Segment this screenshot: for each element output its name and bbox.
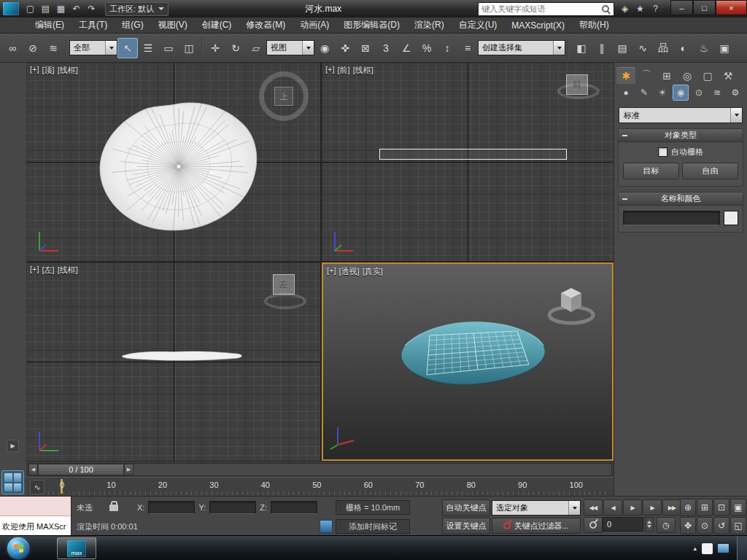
timeline-tick[interactable]: 20 — [158, 481, 167, 489]
hierarchy-tab[interactable]: ⊞ — [657, 67, 676, 84]
viewcube-face[interactable]: 前 — [566, 74, 588, 95]
viewport-shading-button[interactable]: [真实] — [363, 266, 383, 277]
mini-curve-editor-button[interactable]: ∿ — [30, 480, 44, 494]
menu-item[interactable]: 图形编辑器(D) — [336, 17, 407, 34]
object-color-swatch[interactable] — [724, 211, 738, 225]
viewport-menu-button[interactable]: [+] — [30, 265, 39, 276]
undo-icon[interactable]: ↶ — [69, 2, 84, 16]
spacewarps-category[interactable]: ≋ — [709, 85, 725, 101]
close-button[interactable]: × — [716, 0, 747, 15]
menu-item[interactable]: 组(G) — [115, 17, 150, 34]
next-frame-button[interactable]: ▶ — [643, 499, 662, 516]
window-crossing-icon[interactable]: ◫ — [179, 38, 199, 58]
goto-end-button[interactable]: ▶▶ — [662, 499, 681, 516]
menu-item[interactable]: 帮助(H) — [572, 17, 616, 34]
search-input[interactable] — [479, 4, 602, 13]
percent-snap-icon[interactable]: % — [417, 38, 437, 58]
listener-row[interactable]: 欢迎使用 MAXScr — [0, 516, 71, 537]
maximize-viewport-icon[interactable]: ◱ — [730, 517, 746, 534]
dock-flyout-button[interactable]: ▶ — [7, 440, 19, 452]
rendered-frame-icon[interactable]: ▣ — [714, 38, 735, 58]
show-desktop-button[interactable] — [737, 536, 747, 560]
help-icon[interactable]: ? — [648, 2, 663, 16]
favorites-icon[interactable]: ★ — [632, 2, 648, 16]
z-coordinate-field[interactable] — [271, 501, 317, 514]
zoom-all-icon[interactable]: ⊞ — [697, 499, 713, 516]
viewport-layout-tabs-button[interactable] — [1, 470, 24, 494]
object-name-input[interactable] — [623, 211, 720, 225]
layer-manager-icon[interactable]: ▤ — [612, 38, 632, 58]
viewport-menu-button[interactable]: [+] — [325, 65, 335, 76]
3dsmax-logo-icon[interactable] — [3, 2, 19, 15]
camera-type-button[interactable]: 目标 — [623, 163, 679, 179]
key-scope-dropdown[interactable]: 选定对象 — [492, 500, 581, 516]
rect-selection-region-icon[interactable]: ▭ — [158, 38, 179, 58]
modify-tab[interactable]: ⌒ — [637, 67, 656, 84]
motion-tab[interactable]: ◎ — [678, 67, 697, 84]
viewport-menu-button[interactable]: [+] — [327, 266, 336, 277]
viewport-shading-button[interactable]: [线框] — [58, 65, 78, 76]
viewport-left[interactable]: [+] [左] [线框] 左 — [26, 262, 320, 461]
viewcube[interactable]: 上 — [259, 71, 309, 121]
spinner-snap-icon[interactable]: ↕ — [437, 38, 457, 58]
timeline-tick[interactable]: 40 — [261, 481, 270, 489]
goto-start-button[interactable]: ◀◀ — [584, 499, 603, 516]
selection-lock-icon[interactable] — [109, 505, 118, 511]
time-slider-handle[interactable]: 0 / 100 — [38, 464, 124, 475]
rollout-header[interactable]: 对象类型 — [619, 129, 743, 142]
menu-item[interactable]: 修改器(M) — [239, 17, 293, 34]
menu-item[interactable]: MAXScript(X) — [504, 18, 572, 33]
x-coordinate-field[interactable] — [148, 501, 195, 514]
workspace-dropdown[interactable]: 工作区: 默认 — [105, 2, 169, 16]
select-and-rotate-icon[interactable]: ↻ — [225, 38, 246, 58]
zoom-extents-icon[interactable]: ⊡ — [713, 499, 729, 516]
viewcube[interactable]: 左 — [262, 271, 309, 309]
field-of-view-icon[interactable]: ↺ — [713, 517, 729, 534]
mirror-icon[interactable]: ◧ — [571, 38, 592, 58]
time-slider-track[interactable]: ◀ 0 / 100 ▶ — [28, 463, 612, 476]
set-key-button[interactable]: 设置关键点 — [442, 518, 490, 534]
snaps-toggle-icon[interactable]: 3 — [376, 38, 396, 58]
select-and-move-icon[interactable]: ✛ — [205, 38, 225, 58]
next-frame-arrow[interactable]: ▶ — [124, 464, 133, 475]
render-setup-icon[interactable]: ♨ — [694, 38, 714, 58]
viewcube[interactable]: 前 — [555, 71, 602, 109]
viewport-menu-button[interactable]: [+] — [30, 65, 39, 76]
viewcube[interactable] — [545, 281, 597, 332]
reference-coordinate-dropdown[interactable]: 视图 — [266, 40, 314, 55]
add-time-tag-button[interactable]: 添加时间标记 — [336, 519, 410, 534]
schematic-view-icon[interactable]: 品 — [653, 38, 673, 58]
key-filters-button[interactable]: 关键点过滤器... — [492, 518, 581, 534]
named-selection-sets-icon[interactable]: ≡ — [457, 38, 478, 58]
select-object-icon[interactable]: ↖ — [117, 38, 138, 58]
new-scene-icon[interactable]: ▢ — [23, 2, 38, 16]
menu-item[interactable]: 工具(T) — [71, 17, 115, 34]
current-frame-field[interactable]: 0 — [603, 517, 643, 532]
timeline-tick[interactable]: 10 — [107, 481, 115, 489]
timeline-tick[interactable]: 30 — [209, 481, 218, 489]
viewcube-face[interactable]: 左 — [273, 274, 295, 295]
select-and-scale-icon[interactable]: ▱ — [246, 38, 266, 58]
keyboard-override-icon[interactable]: ⊠ — [355, 38, 376, 58]
viewport-perspective[interactable]: [+] [透视] [真实] — [322, 262, 614, 461]
tray-app-icon[interactable] — [702, 543, 713, 554]
key-mode-toggle-button[interactable] — [584, 517, 603, 533]
menu-item[interactable]: 渲染(R) — [407, 17, 452, 34]
zoom-region-icon[interactable]: ▣ — [730, 499, 746, 516]
water-surface-object[interactable] — [384, 302, 560, 400]
pan-icon[interactable]: ✥ — [680, 517, 696, 534]
y-coordinate-field[interactable] — [209, 501, 256, 514]
menu-item[interactable]: 自定义(U) — [452, 17, 505, 34]
geometry-category[interactable]: ● — [618, 85, 634, 101]
menu-item[interactable]: 视图(V) — [151, 17, 195, 34]
search-icon[interactable] — [602, 5, 609, 12]
network-icon[interactable] — [718, 544, 729, 553]
start-button[interactable] — [7, 537, 29, 559]
use-pivot-center-icon[interactable]: ◉ — [314, 38, 335, 58]
timeline-tick[interactable]: 100 — [570, 481, 583, 489]
select-by-name-icon[interactable]: ☰ — [138, 38, 158, 58]
frame-spinner[interactable] — [645, 517, 654, 532]
viewport-shading-button[interactable]: [线框] — [353, 65, 374, 76]
taskbar-3dsmax-button[interactable]: max — [57, 537, 96, 559]
helpers-category[interactable]: ⊙ — [691, 85, 707, 101]
